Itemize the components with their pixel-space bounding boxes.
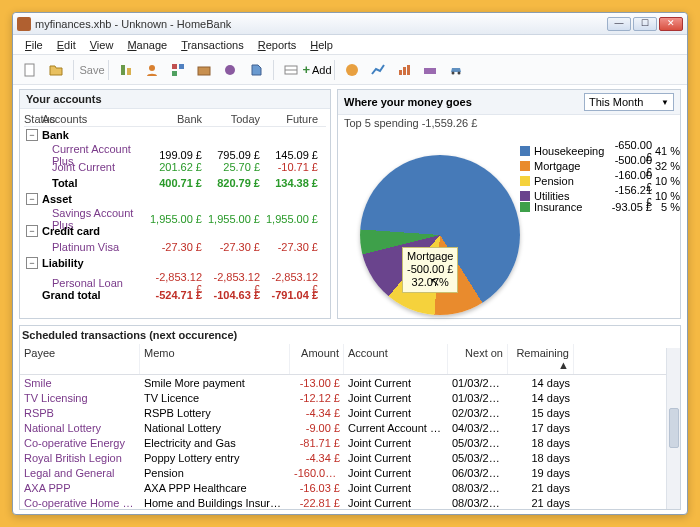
category-icon[interactable] (167, 59, 189, 81)
open-folder-icon[interactable] (45, 59, 67, 81)
chevron-down-icon: ▼ (661, 98, 669, 107)
legend-item[interactable]: Insurance-93.05 £5 % (520, 199, 674, 214)
legend-name: Pension (534, 175, 604, 187)
svg-rect-14 (399, 70, 402, 75)
minimize-button[interactable]: — (607, 17, 631, 31)
menu-view[interactable]: View (84, 37, 120, 53)
account-group[interactable]: −Asset (24, 191, 326, 207)
cursor-icon: ↖ (430, 275, 440, 289)
col-remaining[interactable]: Remaining ▲ (508, 344, 574, 374)
svg-rect-17 (424, 68, 436, 74)
svg-rect-3 (121, 65, 125, 75)
budget-report-icon[interactable] (419, 59, 441, 81)
legend-item[interactable]: Housekeeping-650.00 £41 % (520, 139, 674, 154)
trend-icon[interactable] (367, 59, 389, 81)
menu-edit[interactable]: Edit (51, 37, 82, 53)
app-icon (17, 17, 31, 31)
archive-icon[interactable] (193, 59, 215, 81)
close-button[interactable]: ✕ (659, 17, 683, 31)
accounts-panel: Your accounts Status Accounts Bank Today… (19, 89, 331, 319)
maximize-button[interactable]: ☐ (633, 17, 657, 31)
menu-help[interactable]: Help (304, 37, 339, 53)
legend-name: Mortgage (534, 160, 604, 172)
vehicle-icon[interactable] (445, 59, 467, 81)
show-icon[interactable] (280, 59, 302, 81)
svg-rect-15 (403, 67, 406, 75)
scrollbar[interactable] (666, 348, 680, 509)
col-memo[interactable]: Memo (140, 344, 290, 374)
grand-total-row: Grand total-524.71 £-104.63 £-791.04 £ (24, 287, 326, 303)
svg-rect-4 (127, 68, 131, 75)
account-icon[interactable] (115, 59, 137, 81)
scheduled-row[interactable]: RSPBRSPB Lottery-4.34 £Joint Current02/0… (20, 405, 680, 420)
budget-icon[interactable] (219, 59, 241, 81)
scroll-thumb[interactable] (669, 408, 679, 448)
new-file-icon[interactable] (19, 59, 41, 81)
pie-chart[interactable]: Mortgage -500.00 £ 32.07% ↖ (342, 135, 518, 314)
svg-rect-6 (172, 64, 177, 69)
svg-point-13 (346, 64, 358, 76)
account-group[interactable]: −Credit card (24, 223, 326, 239)
account-group[interactable]: −Bank (24, 127, 326, 143)
col-accounts[interactable]: Accounts (42, 113, 148, 125)
accounts-header-row: Status Accounts Bank Today Future (24, 111, 326, 127)
scheduled-row[interactable]: SmileSmile More payment-13.00 £Joint Cur… (20, 375, 680, 390)
svg-point-5 (149, 65, 155, 71)
legend-pct: 41 % (654, 145, 680, 157)
menu-reports[interactable]: Reports (252, 37, 303, 53)
svg-point-19 (458, 71, 461, 74)
scheduled-row[interactable]: National LotteryNational Lottery-9.00 £C… (20, 420, 680, 435)
col-payee[interactable]: Payee (20, 344, 140, 374)
accounts-title: Your accounts (20, 90, 330, 109)
legend-pct: 32 % (654, 160, 680, 172)
menu-file[interactable]: File (19, 37, 49, 53)
range-select[interactable]: This Month ▼ (584, 93, 674, 111)
collapse-icon[interactable]: − (26, 225, 38, 237)
menu-transactions[interactable]: Transactions (175, 37, 250, 53)
window-title: myfinances.xhb - Unknown - HomeBank (35, 18, 607, 30)
legend-pct: 10 % (654, 175, 680, 187)
collapse-icon[interactable]: − (26, 129, 38, 141)
svg-rect-8 (172, 71, 177, 76)
scheduled-title: Scheduled transactions (next occurence) (20, 326, 680, 344)
col-bank[interactable]: Bank (148, 113, 206, 125)
legend-name: Housekeeping (534, 145, 604, 157)
scheduled-row[interactable]: TV LicensingTV Licence-12.12 £Joint Curr… (20, 390, 680, 405)
collapse-icon[interactable]: − (26, 257, 38, 269)
chart-legend: Housekeeping-650.00 £41 %Mortgage-500.00… (518, 135, 676, 314)
collapse-icon[interactable]: − (26, 193, 38, 205)
col-status[interactable]: Status (24, 113, 42, 125)
payee-icon[interactable] (141, 59, 163, 81)
scheduled-row[interactable]: Legal and GeneralPension-160.00 £Joint C… (20, 465, 680, 480)
col-future[interactable]: Future (264, 113, 322, 125)
scheduled-row[interactable]: Co-operative EnergyElectricity and Gas-8… (20, 435, 680, 450)
account-group[interactable]: −Liability (24, 255, 326, 271)
account-row[interactable]: Current Account Plus199.09 £795.09 £145.… (24, 143, 326, 159)
assign-icon[interactable] (245, 59, 267, 81)
scheduled-row[interactable]: Co-operative Home InsuranceHome and Buil… (20, 495, 680, 509)
account-row[interactable]: Joint Current201.62 £25.70 £-10.71 £ (24, 159, 326, 175)
titlebar[interactable]: myfinances.xhb - Unknown - HomeBank — ☐ … (13, 13, 687, 35)
balance-icon[interactable] (393, 59, 415, 81)
scheduled-row[interactable]: Royal British LegionPoppy Lottery entry-… (20, 450, 680, 465)
save-button[interactable]: Save (80, 59, 102, 81)
spending-title: Where your money goes (344, 96, 584, 108)
legend-swatch (520, 161, 530, 171)
account-row[interactable]: Savings Account Plus1,955.00 £1,955.00 £… (24, 207, 326, 223)
range-value: This Month (589, 96, 643, 108)
legend-swatch (520, 202, 530, 212)
account-row[interactable]: Personal Loan-2,853.12 £-2,853.12 £-2,85… (24, 271, 326, 287)
svg-rect-0 (25, 64, 34, 76)
col-next[interactable]: Next on (448, 344, 508, 374)
scheduled-row[interactable]: AXA PPPAXA PPP Healthcare-16.03 £Joint C… (20, 480, 680, 495)
menu-manage[interactable]: Manage (121, 37, 173, 53)
stats-icon[interactable] (341, 59, 363, 81)
col-today[interactable]: Today (206, 113, 264, 125)
legend-swatch (520, 191, 530, 201)
legend-name: Insurance (534, 201, 604, 213)
col-amount[interactable]: Amount (290, 344, 344, 374)
svg-rect-9 (198, 67, 210, 75)
col-account[interactable]: Account (344, 344, 448, 374)
account-row[interactable]: Platinum Visa-27.30 £-27.30 £-27.30 £ (24, 239, 326, 255)
add-button[interactable]: +Add (306, 59, 328, 81)
